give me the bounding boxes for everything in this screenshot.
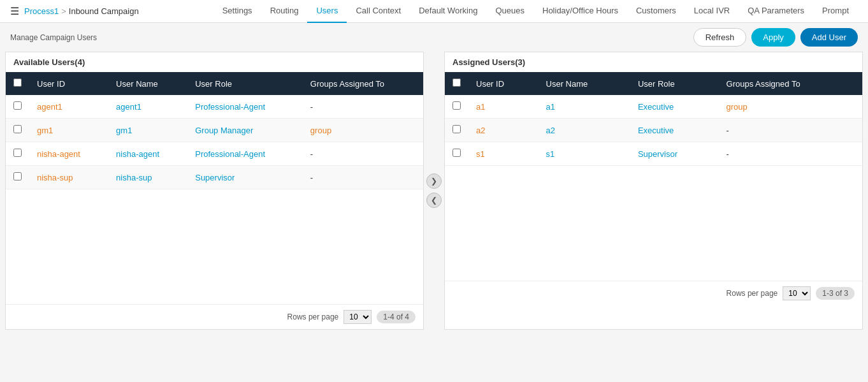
cell-user-name: agent1 bbox=[108, 95, 187, 119]
row-checkbox[interactable] bbox=[13, 149, 22, 157]
available-col-groups: Groups Assigned To bbox=[303, 72, 423, 95]
tab-routing[interactable]: Routing bbox=[261, 0, 308, 23]
cell-groups: - bbox=[303, 142, 423, 166]
row-checkbox-cell bbox=[6, 95, 29, 119]
transfer-buttons: ❯ ❮ bbox=[424, 52, 444, 330]
rows-per-page-label: Rows per page bbox=[727, 289, 778, 298]
groups-value: - bbox=[310, 102, 313, 112]
available-select-all-checkbox[interactable] bbox=[13, 78, 22, 87]
cell-user-id: gm1 bbox=[29, 119, 108, 142]
available-col-user-role: User Role bbox=[187, 72, 303, 95]
groups-value: - bbox=[310, 173, 313, 182]
user-id-link[interactable]: nisha-sup bbox=[37, 173, 73, 182]
tab-customers[interactable]: Customers bbox=[627, 0, 685, 23]
cell-user-name: nisha-sup bbox=[108, 166, 187, 189]
user-name-link[interactable]: a2 bbox=[546, 126, 555, 135]
cell-user-role: Supervisor bbox=[630, 142, 719, 166]
tab-prompt[interactable]: Prompt bbox=[813, 0, 858, 23]
add-user-button[interactable]: Add User bbox=[800, 28, 858, 47]
apply-button[interactable]: Apply bbox=[751, 28, 795, 47]
toolbar: Manage Campaign Users Refresh Apply Add … bbox=[0, 23, 868, 52]
available-table-header-row: User ID User Name User Role Groups Assig… bbox=[6, 72, 423, 95]
breadcrumb-root[interactable]: Process1 bbox=[24, 6, 59, 16]
rows-per-page-select[interactable]: 10 25 50 bbox=[344, 310, 372, 324]
transfer-backward-button[interactable]: ❮ bbox=[426, 193, 442, 208]
assigned-col-user-name: User Name bbox=[539, 72, 630, 95]
user-name-link[interactable]: agent1 bbox=[116, 102, 141, 112]
user-name-link[interactable]: s1 bbox=[546, 149, 555, 159]
user-id-link[interactable]: a1 bbox=[476, 102, 485, 112]
user-name-link[interactable]: nisha-sup bbox=[116, 173, 152, 182]
tab-queues[interactable]: Queues bbox=[486, 0, 533, 23]
cell-user-role: Executive bbox=[630, 119, 719, 142]
cell-groups: - bbox=[719, 119, 862, 142]
rows-per-page-label: Rows per page bbox=[287, 312, 339, 321]
page-info: 1-3 of 3 bbox=[816, 287, 855, 300]
groups-value: - bbox=[727, 149, 729, 159]
available-pagination: Rows per page 10 25 50 1-4 of 4 bbox=[6, 304, 423, 329]
user-role-value: Group Manager bbox=[195, 126, 253, 135]
row-checkbox-cell bbox=[445, 95, 468, 119]
tab-users[interactable]: Users bbox=[307, 0, 347, 23]
groups-value: - bbox=[727, 126, 729, 135]
user-id-link[interactable]: agent1 bbox=[37, 102, 62, 112]
tab-settings[interactable]: Settings bbox=[213, 0, 261, 23]
breadcrumb-current: Inbound Campaign bbox=[69, 6, 139, 16]
row-checkbox[interactable] bbox=[452, 149, 461, 157]
tab-call-context[interactable]: Call Context bbox=[347, 0, 410, 23]
user-id-link[interactable]: s1 bbox=[476, 149, 485, 159]
available-select-all-col bbox=[6, 72, 29, 95]
assigned-panel-title: Assigned Users(3) bbox=[445, 52, 862, 72]
row-checkbox[interactable] bbox=[13, 101, 22, 110]
cell-user-name: a2 bbox=[539, 119, 630, 142]
cell-user-role: Professional-Agent bbox=[187, 95, 303, 119]
table-row: agent1 agent1 Professional-Agent - bbox=[6, 95, 423, 119]
refresh-button[interactable]: Refresh bbox=[693, 28, 747, 47]
assigned-col-groups: Groups Assigned To bbox=[719, 72, 862, 95]
cell-user-name: s1 bbox=[539, 142, 630, 166]
user-id-link[interactable]: gm1 bbox=[37, 126, 53, 135]
cell-user-name: gm1 bbox=[108, 119, 187, 142]
available-col-user-name: User Name bbox=[108, 72, 187, 95]
user-role-value: Executive bbox=[638, 102, 674, 112]
row-checkbox[interactable] bbox=[452, 125, 461, 133]
cell-user-id: a2 bbox=[468, 119, 539, 142]
row-checkbox[interactable] bbox=[452, 101, 461, 110]
user-role-value: Executive bbox=[638, 126, 674, 135]
transfer-forward-button[interactable]: ❯ bbox=[426, 173, 442, 189]
groups-value: - bbox=[310, 149, 313, 159]
assigned-select-all-checkbox[interactable] bbox=[452, 78, 461, 87]
tab-holiday-office-hours[interactable]: Holiday/Office Hours bbox=[533, 0, 627, 23]
rows-per-page-select[interactable]: 10 25 50 bbox=[783, 286, 811, 300]
row-checkbox[interactable] bbox=[13, 172, 22, 180]
cell-user-role: Executive bbox=[630, 95, 719, 119]
cell-groups: - bbox=[303, 166, 423, 189]
cell-user-id: nisha-sup bbox=[29, 166, 108, 189]
row-checkbox[interactable] bbox=[13, 125, 22, 133]
user-name-link[interactable]: a1 bbox=[546, 102, 555, 112]
table-row: a2 a2 Executive - bbox=[445, 119, 862, 142]
user-name-link[interactable]: nisha-agent bbox=[116, 149, 159, 159]
table-row: gm1 gm1 Group Manager group bbox=[6, 119, 423, 142]
panels-wrapper: Available Users(4) User ID User Name Use… bbox=[5, 52, 863, 330]
user-role-value: Supervisor bbox=[195, 173, 235, 182]
cell-user-name: nisha-agent bbox=[108, 142, 187, 166]
tab-local-ivr[interactable]: Local IVR bbox=[685, 0, 739, 23]
cell-groups: - bbox=[303, 95, 423, 119]
page-info: 1-4 of 4 bbox=[377, 311, 416, 323]
row-checkbox-cell bbox=[6, 119, 29, 142]
user-name-link[interactable]: gm1 bbox=[116, 126, 132, 135]
cell-user-role: Supervisor bbox=[187, 166, 303, 189]
breadcrumb: Process1 > Inbound Campaign bbox=[24, 6, 139, 16]
tab-default-working[interactable]: Default Working bbox=[410, 0, 486, 23]
user-role-value: Professional-Agent bbox=[195, 149, 265, 159]
user-id-link[interactable]: nisha-agent bbox=[37, 149, 80, 159]
manage-label: Manage Campaign Users bbox=[10, 33, 97, 42]
user-role-value: Supervisor bbox=[638, 149, 677, 159]
assigned-select-all-col bbox=[445, 72, 468, 95]
user-id-link[interactable]: a2 bbox=[476, 126, 485, 135]
hamburger-icon[interactable]: ☰ bbox=[10, 5, 19, 17]
tab-qa-parameters[interactable]: QA Parameters bbox=[739, 0, 813, 23]
cell-user-role: Group Manager bbox=[187, 119, 303, 142]
cell-user-name: a1 bbox=[539, 95, 630, 119]
